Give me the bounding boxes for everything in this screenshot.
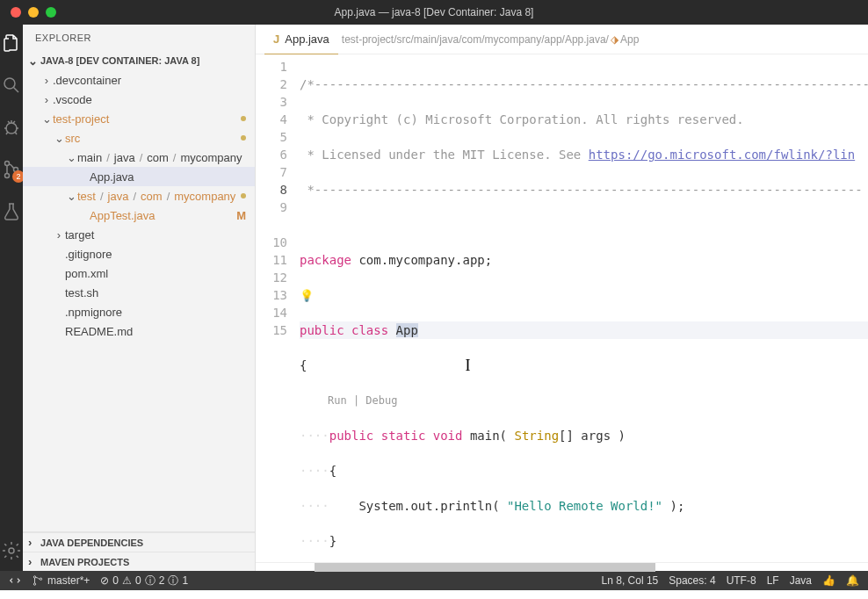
chevron-down-icon: ⌄ bbox=[28, 54, 40, 68]
chevron-down-icon: ⌄ bbox=[53, 132, 65, 145]
language-mode[interactable]: Java bbox=[790, 574, 812, 587]
tab-bar: J App.java test-project/src/main/java/co… bbox=[256, 25, 868, 54]
tab-label: App.java bbox=[285, 32, 329, 46]
notifications-icon[interactable]: 🔔 bbox=[846, 574, 859, 587]
encoding-status[interactable]: UTF-8 bbox=[727, 574, 756, 587]
tree-item-src[interactable]: ⌄src bbox=[23, 128, 255, 148]
file-tree: ›.devcontainer ›.vscode ⌄test-project ⌄s… bbox=[23, 70, 255, 531]
chevron-right-icon: › bbox=[28, 555, 40, 568]
tree-item-main-path[interactable]: ⌄ main/java/com/mycompany/app bbox=[23, 148, 255, 167]
tree-item-npmignore[interactable]: .npmignore bbox=[23, 302, 255, 321]
chevron-down-icon: ⌄ bbox=[65, 190, 77, 203]
workspace-folder-header[interactable]: ⌄ JAVA-8 [DEV CONTAINER: JAVA 8] bbox=[23, 51, 255, 70]
tree-item-gitignore[interactable]: .gitignore bbox=[23, 244, 255, 263]
search-icon[interactable] bbox=[0, 74, 23, 97]
tree-item-readme[interactable]: README.md bbox=[23, 321, 255, 341]
svg-point-5 bbox=[9, 548, 14, 553]
modified-status: M bbox=[236, 209, 246, 222]
cursor-position[interactable]: Ln 8, Col 15 bbox=[602, 574, 659, 587]
workspace-folder-name: JAVA-8 [DEV CONTAINER: JAVA 8] bbox=[40, 55, 199, 66]
explorer-sidebar: EXPLORER ⌄ JAVA-8 [DEV CONTAINER: JAVA 8… bbox=[23, 25, 256, 571]
scrollbar-thumb[interactable] bbox=[315, 563, 655, 572]
lightbulb-icon[interactable]: 💡 bbox=[300, 289, 314, 302]
tree-item-vscode[interactable]: ›.vscode bbox=[23, 90, 255, 109]
horizontal-scrollbar[interactable] bbox=[256, 562, 868, 571]
settings-gear-icon[interactable] bbox=[0, 539, 23, 562]
sidebar-bottom-sections: ›JAVA DEPENDENCIES ›MAVEN PROJECTS bbox=[23, 531, 255, 571]
svg-point-2 bbox=[5, 162, 10, 166]
feedback-icon[interactable]: 👍 bbox=[822, 574, 835, 587]
svg-point-7 bbox=[33, 583, 35, 585]
git-branch-status[interactable]: master*+ bbox=[32, 574, 90, 587]
chevron-right-icon: › bbox=[28, 536, 40, 549]
eol-status[interactable]: LF bbox=[767, 574, 779, 587]
tree-item-app-java[interactable]: App.java bbox=[23, 167, 255, 186]
license-link[interactable]: https://go.microsoft.com/fwlink/?lin bbox=[589, 148, 855, 162]
chevron-right-icon: › bbox=[40, 74, 53, 87]
line-gutter: 123456789101112131415 bbox=[256, 54, 300, 562]
java-file-icon: J bbox=[273, 32, 279, 46]
tree-item-devcontainer[interactable]: ›.devcontainer bbox=[23, 70, 255, 90]
modified-dot-icon bbox=[241, 135, 246, 141]
problems-status[interactable]: ⊘0 ⚠0 ⓘ2 ⓘ1 bbox=[100, 574, 188, 588]
debug-icon[interactable] bbox=[0, 116, 23, 139]
status-bar: master*+ ⊘0 ⚠0 ⓘ2 ⓘ1 Ln 8, Col 15 Spaces… bbox=[0, 571, 868, 590]
text-cursor-icon: I bbox=[465, 357, 470, 374]
chevron-down-icon: ⌄ bbox=[40, 112, 53, 126]
svg-point-3 bbox=[5, 174, 10, 178]
activity-bar: 2 bbox=[0, 25, 23, 571]
explorer-icon[interactable] bbox=[0, 32, 23, 54]
maven-projects-section[interactable]: ›MAVEN PROJECTS bbox=[23, 552, 255, 571]
java-dependencies-section[interactable]: ›JAVA DEPENDENCIES bbox=[23, 532, 255, 552]
chevron-right-icon: › bbox=[40, 93, 53, 106]
breadcrumb[interactable]: test-project/src/main/java/com/mycompany… bbox=[342, 33, 639, 46]
editor-pane: J App.java test-project/src/main/java/co… bbox=[256, 25, 868, 571]
codelens-run-debug[interactable]: Run | Debug bbox=[328, 392, 397, 409]
tree-item-target[interactable]: ›target bbox=[23, 225, 255, 244]
window-title: App.java — java-8 [Dev Container: Java 8… bbox=[0, 6, 868, 18]
svg-point-8 bbox=[40, 578, 41, 580]
svg-point-6 bbox=[33, 576, 35, 578]
modified-dot-icon bbox=[241, 116, 246, 121]
tree-item-apptest[interactable]: AppTest.javaM bbox=[23, 206, 255, 225]
class-icon: ⬗ bbox=[611, 33, 618, 46]
beaker-icon[interactable] bbox=[0, 200, 23, 223]
code-content[interactable]: /*--------------------------------------… bbox=[300, 54, 868, 562]
tree-item-pom[interactable]: pom.xml bbox=[23, 263, 255, 283]
source-control-icon[interactable]: 2 bbox=[0, 158, 23, 181]
svg-point-0 bbox=[4, 78, 15, 89]
code-editor[interactable]: 123456789101112131415 /*----------------… bbox=[256, 54, 868, 562]
tree-item-test-project[interactable]: ⌄test-project bbox=[23, 109, 255, 128]
chevron-down-icon: ⌄ bbox=[65, 151, 77, 164]
chevron-right-icon: › bbox=[53, 228, 65, 242]
title-bar: App.java — java-8 [Dev Container: Java 8… bbox=[0, 0, 868, 25]
modified-dot-icon bbox=[241, 193, 246, 198]
tree-item-testsh[interactable]: test.sh bbox=[23, 283, 255, 302]
indentation-status[interactable]: Spaces: 4 bbox=[669, 574, 715, 587]
tree-item-test-path[interactable]: ⌄ test/java/com/mycompany ... bbox=[23, 186, 255, 206]
editor-tab[interactable]: J App.java bbox=[264, 25, 338, 54]
remote-indicator[interactable] bbox=[9, 574, 21, 587]
sidebar-title: EXPLORER bbox=[23, 25, 255, 51]
